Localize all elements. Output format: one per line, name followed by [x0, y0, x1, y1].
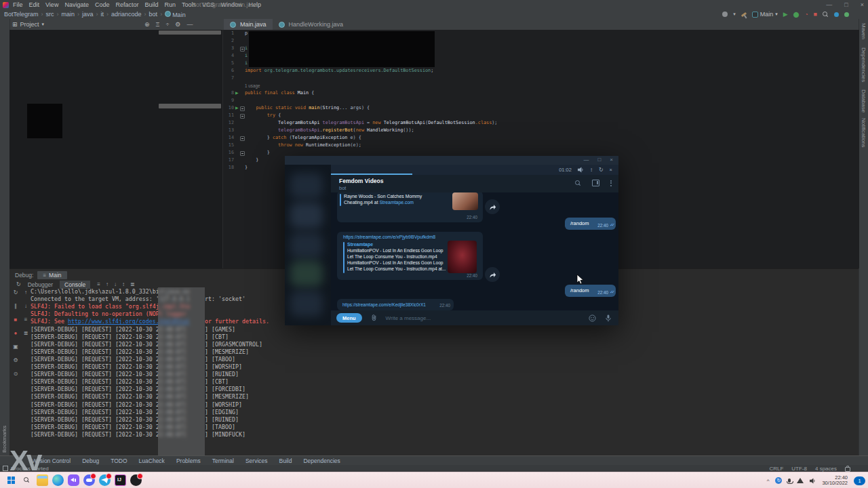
- tg-close-icon[interactable]: ×: [610, 157, 613, 163]
- taskbar-discord-icon[interactable]: [83, 474, 95, 486]
- locate-icon[interactable]: ⊕: [144, 21, 150, 28]
- toolwindow-todo[interactable]: TODO: [111, 458, 127, 464]
- run-button[interactable]: ▶: [783, 11, 788, 18]
- debug-button[interactable]: ⬤: [793, 12, 800, 18]
- menu-edit[interactable]: Edit: [29, 1, 40, 8]
- message-link[interactable]: https://streamtape.com/e/Kedjlle38Xlc0rX…: [342, 302, 426, 307]
- tab-HandleWorking.java[interactable]: HandleWorking.java: [273, 19, 349, 30]
- notification-count-badge[interactable]: 1: [854, 476, 865, 485]
- breadcrumb-item[interactable]: src: [46, 11, 54, 18]
- gradle-sync-icon[interactable]: [834, 12, 839, 17]
- bot-menu-button[interactable]: Menu: [336, 313, 362, 323]
- fold-icon[interactable]: [240, 114, 245, 119]
- volume-icon[interactable]: [578, 167, 584, 173]
- stripe-dependencies[interactable]: Dependencies: [861, 47, 867, 82]
- settings-gear-icon[interactable]: ⚙: [175, 21, 180, 28]
- tg-maximize-icon[interactable]: □: [597, 157, 601, 163]
- emoji-icon[interactable]: [589, 314, 596, 322]
- debugger-control-icon[interactable]: ▣: [13, 344, 18, 350]
- indent-widget[interactable]: 4 spaces: [815, 466, 837, 472]
- breadcrumb-item[interactable]: java: [82, 11, 94, 18]
- console-control-icon[interactable]: ≣: [24, 330, 28, 336]
- tray-chevron-icon[interactable]: ^: [767, 478, 770, 484]
- debug-session-tab[interactable]: ≡ Main: [37, 271, 66, 279]
- tab-console[interactable]: Console: [60, 281, 90, 289]
- message-input[interactable]: Write a message...: [386, 315, 431, 321]
- breadcrumb-item[interactable]: adriancode: [111, 11, 142, 18]
- tab-Main.java[interactable]: Main.java: [224, 19, 273, 30]
- fold-icon[interactable]: [240, 151, 245, 156]
- line-separator-widget[interactable]: CRLF: [769, 466, 783, 472]
- search-everywhere-icon[interactable]: [823, 12, 829, 18]
- fold-icon[interactable]: [240, 136, 245, 141]
- toolwindow-terminal[interactable]: Terminal: [212, 458, 234, 464]
- menu-navigate[interactable]: Navigate: [64, 1, 89, 8]
- forward-button[interactable]: [485, 199, 500, 214]
- breadcrumb-item[interactable]: BotTelegram: [4, 11, 39, 18]
- video-thumbnail[interactable]: [452, 192, 478, 210]
- collapse-icon[interactable]: ÷: [165, 21, 169, 28]
- fold-icon[interactable]: [240, 47, 245, 52]
- console-toolbar-icon[interactable]: ≣: [130, 281, 135, 287]
- sync-icon[interactable]: ↻: [775, 477, 782, 484]
- lock-icon[interactable]: [845, 467, 850, 472]
- tab-debugger[interactable]: Debugger: [28, 281, 53, 288]
- build-hammer-icon[interactable]: [741, 12, 747, 16]
- network-icon[interactable]: [797, 478, 804, 483]
- menu-file[interactable]: File: [13, 1, 23, 8]
- debugger-control-icon[interactable]: ⚙: [13, 357, 18, 363]
- debugger-control-icon[interactable]: ⊙: [14, 371, 18, 377]
- menu-view[interactable]: View: [45, 1, 58, 8]
- console-control-icon[interactable]: ≡: [24, 317, 28, 323]
- taskbar-music-icon[interactable]: [130, 474, 142, 486]
- stop-button[interactable]: ■: [814, 11, 817, 18]
- attach-icon[interactable]: [370, 312, 378, 324]
- fold-icon[interactable]: [240, 106, 245, 111]
- video-thumbnail[interactable]: [448, 241, 477, 273]
- debugger-control-icon[interactable]: ●: [14, 330, 18, 336]
- telegram-titlebar[interactable]: — □ ×: [285, 156, 618, 165]
- hide-icon[interactable]: —: [186, 21, 193, 28]
- toolwindow-services[interactable]: Services: [245, 458, 268, 464]
- telegram-chat-list[interactable]: [285, 165, 331, 325]
- tray-mic-icon[interactable]: [788, 479, 791, 483]
- stripe-bookmarks[interactable]: Bookmarks: [1, 426, 7, 453]
- run-gutter-icon[interactable]: ▶: [235, 89, 239, 97]
- toolwindow-dependencies[interactable]: Dependencies: [303, 458, 340, 464]
- forward-button[interactable]: [485, 267, 500, 282]
- sidebar-toggle-icon[interactable]: [592, 180, 599, 186]
- debugger-control-icon[interactable]: ↻: [14, 289, 18, 296]
- toolwindow-luacheck[interactable]: LuaCheck: [139, 458, 165, 464]
- notifications-dot-icon[interactable]: [844, 12, 849, 17]
- breadcrumb-item[interactable]: it: [101, 11, 104, 18]
- run-config-select[interactable]: Main ▾: [752, 11, 778, 18]
- taskbar-audio-icon[interactable]: [68, 474, 79, 486]
- chat-search-icon[interactable]: [575, 180, 581, 186]
- menu-code[interactable]: Code: [95, 1, 110, 8]
- profiler-button[interactable]: ◔: [805, 12, 808, 18]
- console-toolbar-icon[interactable]: ≡: [97, 281, 100, 287]
- chat-menu-icon[interactable]: [610, 180, 612, 186]
- breadcrumb-item[interactable]: Main: [165, 11, 186, 18]
- toolwindow-debug[interactable]: Debug: [82, 458, 99, 464]
- taskbar-edge-icon[interactable]: [52, 474, 64, 486]
- stripe-maven[interactable]: Maven: [861, 23, 867, 39]
- player-close-icon[interactable]: ×: [610, 167, 612, 173]
- expand-icon[interactable]: Ξ: [156, 21, 160, 28]
- encoding-widget[interactable]: UTF-8: [791, 466, 807, 472]
- console-toolbar-icon[interactable]: ↓: [114, 281, 117, 287]
- stripe-notifications[interactable]: Notifications: [861, 118, 867, 148]
- breadcrumb-item[interactable]: bot: [149, 11, 158, 18]
- minimize-icon[interactable]: —: [826, 1, 832, 8]
- maximize-icon[interactable]: □: [844, 1, 848, 8]
- taskbar-telegram-icon[interactable]: [99, 474, 111, 486]
- console-toolbar-icon[interactable]: ↕: [122, 281, 125, 287]
- tg-minimize-icon[interactable]: —: [583, 157, 589, 163]
- rerun-icon[interactable]: ↻: [16, 281, 21, 287]
- stripe-database[interactable]: Database: [861, 89, 867, 113]
- debugger-control-icon[interactable]: ∥: [14, 303, 17, 309]
- user-icon[interactable]: [722, 12, 728, 17]
- tray-volume-icon[interactable]: [810, 478, 816, 484]
- console-control-icon[interactable]: ↑: [24, 289, 27, 296]
- repeat-icon[interactable]: ↻: [599, 167, 604, 173]
